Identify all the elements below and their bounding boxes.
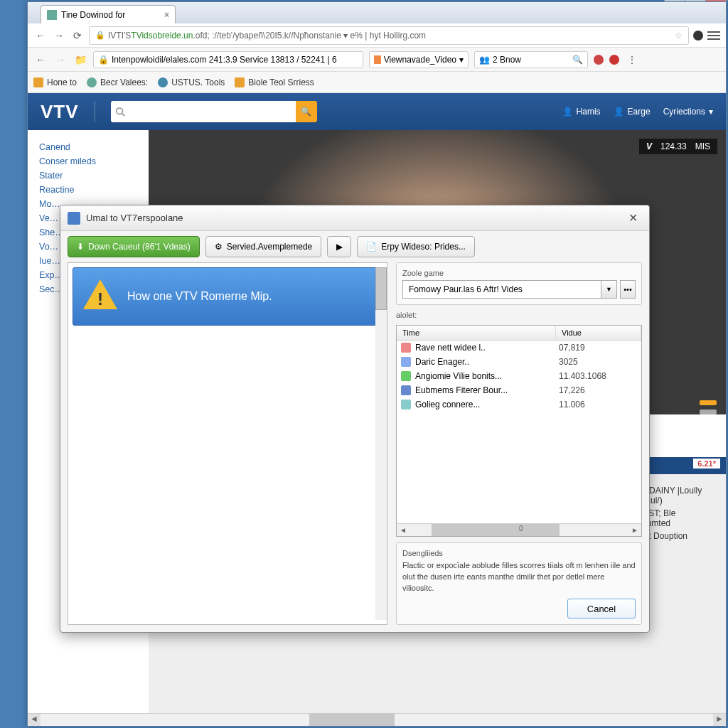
notice-banner: ! How one VTV Romerne Mip. — [73, 267, 382, 326]
address-bar: ← → ⟳ 🔒 IVTI'STVidsobreide.un.ofd; ://te… — [28, 23, 726, 48]
scroll-right-icon[interactable]: ► — [628, 526, 641, 534]
bookmark-star-icon[interactable]: ☆ — [675, 31, 682, 41]
search-button[interactable]: 🔍 — [296, 101, 317, 122]
header-link-earge[interactable]: 👤Earge — [614, 107, 651, 117]
secondary-toolbar: ← → 📁 🔒Intenpowloidil/elales.com 241:3.9… — [28, 48, 726, 72]
combo-extra-button[interactable]: ••• — [620, 280, 636, 299]
tab-title: Tine Dowinod for — [61, 10, 125, 20]
sidebar-item[interactable]: Canend — [39, 140, 137, 154]
desc-label: Dsengliieds — [402, 549, 636, 557]
back-button[interactable]: ← — [33, 28, 48, 43]
chevron-down-icon: ▾ — [709, 107, 713, 117]
list-label: aiolet: — [396, 311, 642, 319]
list-row[interactable]: Rave nett widee l..07,819 — [397, 341, 641, 355]
site-logo[interactable]: VTV — [41, 101, 79, 123]
tb2-menu-icon[interactable]: ⋮ — [625, 53, 639, 67]
forward-button[interactable]: → — [52, 28, 66, 43]
tb2-forward-button: → — [53, 53, 68, 67]
tb2-folder-icon[interactable]: 📁 — [73, 53, 87, 67]
download-dialog: Umal to VT7erspoolane ✕ ⬇Down Caueut (86… — [60, 205, 650, 633]
reload-button[interactable]: ⟳ — [70, 28, 85, 43]
sidebar-item[interactable]: Stater — [39, 168, 137, 183]
scroll-thumb[interactable] — [309, 714, 395, 726]
bookmark-item[interactable]: Biole Teol Srriess — [235, 77, 314, 87]
bookmark-item[interactable]: Becr Valees: — [87, 77, 148, 87]
tb2-search-box[interactable]: 👥2 Bnow🔍 — [474, 51, 588, 68]
dialog-close-button[interactable]: ✕ — [624, 210, 642, 226]
gear-icon: ⚙ — [215, 242, 223, 252]
list-h-scrollbar[interactable]: ◄ 0 ► — [397, 523, 641, 536]
list-row[interactable]: Daric Enager..3025 — [397, 355, 641, 369]
col-vidue[interactable]: Vidue — [556, 326, 641, 340]
url-text: IVTI'STVidsobreide.un.ofd; ://teb'/ybape… — [108, 31, 426, 41]
tab-close-icon[interactable]: × — [164, 10, 169, 20]
dialog-titlebar[interactable]: Umal to VT7erspoolane ✕ — [60, 205, 649, 231]
col-time[interactable]: Time — [397, 326, 556, 340]
file-list: Time Vidue Rave nett widee l..07,819 Dar… — [396, 325, 642, 537]
side-action-icon[interactable] — [700, 410, 717, 414]
zoole-group: Zoole game Fomowy Paur.las 6 Aftr! Vides… — [396, 262, 642, 305]
doc-icon: 📄 — [366, 242, 377, 252]
tb2-ext2-icon[interactable] — [609, 55, 619, 65]
zoole-label: Zoole game — [402, 269, 636, 277]
left-scrollbar[interactable] — [375, 267, 387, 620]
sidebar-item[interactable]: Reactine — [39, 183, 137, 197]
scroll-thumb[interactable] — [432, 524, 560, 536]
lock-icon: 🔒 — [95, 31, 105, 40]
list-row[interactable]: Golieg connere...11.006 — [397, 397, 641, 412]
url-input[interactable]: 🔒 IVTI'STVidsobreide.un.ofd; ://teb'/yba… — [89, 26, 689, 45]
list-header: Time Vidue — [397, 326, 641, 341]
header-link-cyriections[interactable]: Cyriections▾ — [663, 107, 713, 117]
desc-text: Flactic or expocïale aoblude filles scor… — [402, 560, 636, 594]
erpy-button[interactable]: 📄Erpy Wideso: Prides... — [357, 236, 475, 257]
warning-icon: ! — [83, 279, 117, 314]
user-icon: 👤 — [562, 107, 573, 117]
dialog-toolbar: ⬇Down Caueut (86'1 Vdeas) ⚙Servied.Avemp… — [60, 231, 649, 262]
tab-favicon-icon — [47, 10, 57, 20]
scroll-right-icon[interactable]: ► — [713, 714, 726, 726]
list-row[interactable]: Eubmems Fiterer Bour...17,226 — [397, 383, 641, 397]
combo-dropdown-button[interactable]: ▼ — [601, 280, 617, 299]
bookmark-item[interactable]: Hone to — [33, 77, 77, 87]
user-icon: 👤 — [614, 107, 624, 117]
scroll-left-icon[interactable]: ◄ — [397, 526, 410, 534]
list-row[interactable]: Angiomie Vïlie bonits...11.403.1068 — [397, 369, 641, 383]
scroll-left-icon[interactable]: ◄ — [28, 714, 41, 726]
tb2-back-button[interactable]: ← — [33, 53, 48, 67]
header-link-hamis[interactable]: 👤Hamis — [562, 107, 601, 117]
horizontal-scrollbar[interactable]: ◄ ► — [28, 713, 726, 726]
site-header: VTV 🔍 👤Hamis 👤Earge Cyriections▾ — [28, 93, 726, 130]
tab-strip: Tine Dowinod for × — [28, 2, 726, 23]
tb2-url-box[interactable]: 🔒Intenpowloidil/elales.com 241:3.9 Servi… — [93, 51, 363, 68]
zoole-combo[interactable]: Fomowy Paur.las 6 Aftr! Vides — [402, 280, 601, 299]
dialog-title: Umal to VT7erspoolane — [86, 213, 183, 223]
description-group: Dsengliieds Flactic or expocïale aoblude… — [396, 542, 642, 625]
dialog-right-panel: Zoole game Fomowy Paur.las 6 Aftr! Vides… — [396, 262, 642, 625]
download-current-button[interactable]: ⬇Down Caueut (86'1 Vdeas) — [68, 236, 200, 257]
served-button[interactable]: ⚙Servied.Avemplemede — [205, 236, 322, 257]
side-action-icon[interactable] — [700, 400, 717, 405]
play-button[interactable]: ▶ — [327, 236, 351, 257]
menu-button[interactable] — [707, 29, 720, 42]
search-input[interactable] — [111, 101, 296, 122]
extension-icon[interactable] — [693, 31, 703, 41]
bookmark-item[interactable]: USTUS. Tools — [158, 77, 225, 87]
strip-badge: 6.21* — [693, 459, 720, 469]
dialog-icon — [68, 212, 80, 225]
bookmarks-bar: Hone to Becr Valees: USTUS. Tools Biole … — [28, 72, 726, 93]
tb2-ext1-icon[interactable] — [594, 55, 604, 65]
notice-text: How one VTV Romerne Mip. — [127, 290, 272, 303]
dialog-left-panel: ! How one VTV Romerne Mip. — [68, 262, 387, 625]
video-badge: V 124.33 MIS — [639, 139, 717, 154]
cancel-button[interactable]: Cancel — [567, 599, 636, 619]
tb2-mid-box[interactable]: Viewnavade_Video▾ — [369, 51, 469, 68]
download-icon: ⬇ — [77, 242, 84, 252]
tb2-url-text: Intenpowloidil/elales.com 241:3.9 Servic… — [112, 55, 337, 65]
sidebar-item[interactable]: Conser mileds — [39, 154, 137, 168]
browser-tab[interactable]: Tine Dowinod for × — [41, 5, 176, 23]
